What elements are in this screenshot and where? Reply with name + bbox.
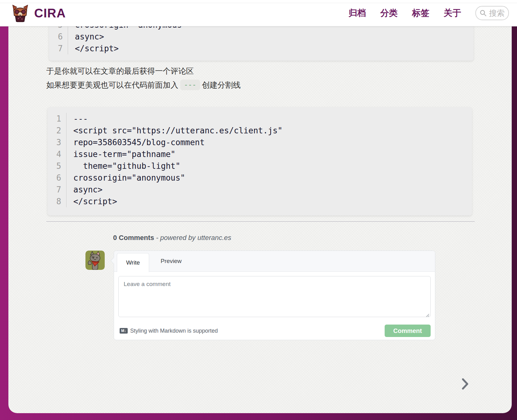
code-line: 3repo=358603545/blog-comment: [48, 136, 472, 148]
paragraph-line: 于是你就可以在文章的最后获得一个评论区: [46, 64, 241, 78]
powered-by-text: - powered by utteranc.es: [154, 234, 231, 242]
code-block-main: 1--- 2<script src="https://utteranc.es/c…: [48, 107, 472, 215]
comment-editor-card: Write Preview M↓ Styling with Markdown i…: [114, 251, 435, 340]
code-text: crossorigin="anonymous": [66, 172, 185, 184]
article-divider: [46, 221, 475, 222]
code-text: ---: [66, 113, 88, 125]
comment-submit-button[interactable]: Comment: [385, 325, 431, 337]
code-line: 4issue-term="pathname": [48, 148, 472, 160]
comments-heading: 0 Comments - powered by utteranc.es: [113, 234, 231, 242]
code-line: 1---: [48, 113, 472, 125]
code-text: async>: [66, 184, 103, 196]
code-text: theme="github-light": [66, 160, 180, 172]
tab-preview[interactable]: Preview: [154, 251, 189, 271]
search-icon: [480, 10, 487, 16]
paragraph-text: 创建分割线: [202, 81, 241, 89]
code-text: </script>: [68, 43, 119, 54]
code-text: issue-term="pathname": [66, 148, 176, 160]
markdown-note: M↓ Styling with Markdown is supported: [120, 328, 218, 334]
code-line: 7</script>: [49, 43, 474, 54]
line-number: 1: [48, 113, 66, 125]
chevron-right-icon: [461, 377, 469, 390]
code-line: 7async>: [48, 184, 472, 196]
code-line: 6crossorigin="anonymous": [48, 172, 472, 184]
inline-code: ---: [180, 80, 200, 90]
code-line: 5 theme="github-light": [48, 160, 472, 172]
code-text: <script src="https://utteranc.es/client.…: [66, 125, 282, 136]
code-line: 6async>: [49, 31, 474, 43]
resize-grip-icon[interactable]: [425, 313, 429, 317]
fox-logo-icon[interactable]: [11, 4, 29, 22]
code-text: repo=358603545/blog-comment: [66, 136, 205, 148]
line-number: 4: [48, 148, 66, 160]
cat-avatar-icon: [85, 251, 105, 270]
article-paragraph: 于是你就可以在文章的最后获得一个评论区 如果想要更美观也可以在代码前面加入---…: [46, 64, 241, 92]
line-number: 6: [48, 172, 66, 184]
comments-count: 0 Comments: [113, 234, 154, 242]
comment-editor-body: [114, 272, 435, 322]
nav-link-tags[interactable]: 标签: [412, 7, 429, 19]
paragraph-text: 如果想要更美观也可以在代码前面加入: [46, 81, 178, 89]
comment-editor-footer: M↓ Styling with Markdown is supported Co…: [114, 322, 435, 342]
speech-arrow: [111, 257, 117, 264]
line-number: 6: [49, 31, 68, 43]
line-number: 7: [49, 43, 68, 54]
line-number: 8: [48, 196, 66, 207]
code-line: 2<script src="https://utteranc.es/client…: [48, 125, 472, 136]
comment-tabs-header: Write Preview: [114, 251, 435, 272]
paragraph-line: 如果想要更美观也可以在代码前面加入---创建分割线: [46, 78, 241, 92]
nav-link-archive[interactable]: 归档: [349, 7, 366, 19]
code-text: </script>: [66, 196, 117, 207]
nav-link-about[interactable]: 关于: [444, 7, 461, 19]
code-line: 8</script>: [48, 196, 472, 207]
line-number: 3: [48, 136, 66, 148]
tab-write[interactable]: Write: [117, 253, 149, 272]
line-number: 5: [48, 160, 66, 172]
search-label: 搜索: [489, 8, 505, 18]
line-number: 2: [48, 125, 66, 136]
search-button[interactable]: 搜索: [475, 6, 509, 20]
next-page-button[interactable]: [460, 377, 471, 391]
markdown-note-text: Styling with Markdown is supported: [130, 328, 218, 334]
navbar: CIRA 归档 分类 标签 关于 搜索: [0, 0, 517, 26]
comment-input[interactable]: [118, 276, 431, 317]
line-number: 7: [48, 184, 66, 196]
navbar-links: 归档 分类 标签 关于 搜索: [349, 6, 517, 20]
nav-link-categories[interactable]: 分类: [380, 7, 398, 19]
markdown-icon: M↓: [120, 328, 128, 334]
avatar: [85, 251, 105, 270]
code-text: async>: [68, 31, 104, 43]
site-brand[interactable]: CIRA: [34, 6, 66, 20]
navbar-top-divider: [0, 3, 517, 3]
content-card: 5crossorigin="anonymous" 6async> 7</scri…: [8, 0, 512, 413]
